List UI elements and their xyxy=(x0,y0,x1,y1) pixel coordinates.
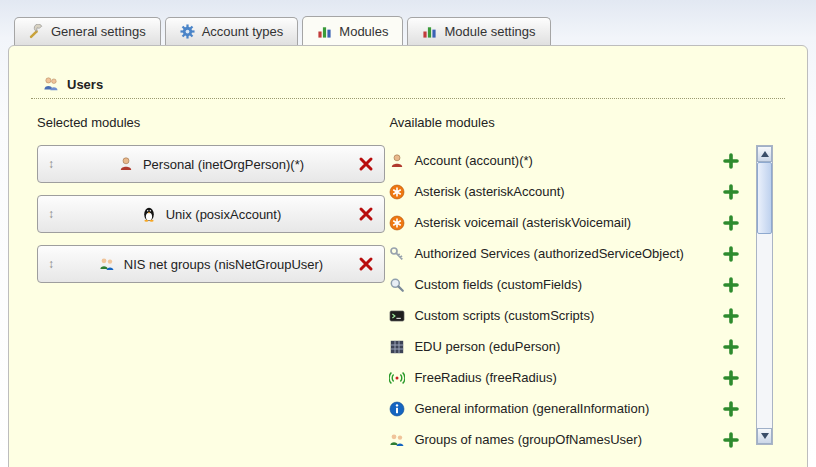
scrollbar-thumb[interactable] xyxy=(757,162,772,234)
add-module-button[interactable] xyxy=(723,339,739,355)
available-modules-heading: Available modules xyxy=(389,115,739,131)
available-module-label: Account (account)(*) xyxy=(414,153,723,168)
green-plus-icon xyxy=(723,215,739,231)
available-module-label: Asterisk (asteriskAccount) xyxy=(414,184,723,199)
asterisk-icon xyxy=(389,215,405,231)
selected-modules-column: Selected modules ↕ Personal (inetOrgPers… xyxy=(31,115,385,455)
green-plus-icon xyxy=(723,308,739,324)
bar-chart-icon xyxy=(317,24,332,39)
add-module-button[interactable] xyxy=(723,277,739,293)
person-icon xyxy=(118,156,134,172)
up-arrow-icon xyxy=(761,151,769,157)
scroll-up-button[interactable] xyxy=(757,146,772,162)
available-module-row: General information (generalInformation) xyxy=(389,393,739,424)
add-module-button[interactable] xyxy=(723,153,739,169)
tab-label: Module settings xyxy=(444,24,535,39)
selected-module-label: NIS net groups (nisNetGroupUser) xyxy=(124,257,323,272)
tab-label: General settings xyxy=(51,24,146,39)
group-icon xyxy=(389,432,405,448)
magnifier-icon xyxy=(389,277,405,293)
available-module-row: FreeRadius (freeRadius) xyxy=(389,362,739,393)
selected-modules-heading: Selected modules xyxy=(37,115,385,131)
available-module-label: General information (generalInformation) xyxy=(414,401,723,416)
gear-icon xyxy=(180,24,195,39)
section-header-users: Users xyxy=(31,76,785,99)
tab-label: Modules xyxy=(339,24,388,39)
available-module-row: Custom scripts (customScripts) xyxy=(389,300,739,331)
add-module-button[interactable] xyxy=(723,370,739,386)
delete-module-button[interactable] xyxy=(358,156,374,172)
available-module-label: Groups of names (groupOfNamesUser) xyxy=(414,432,723,447)
down-arrow-icon xyxy=(761,433,769,439)
available-module-row: EDU person (eduPerson) xyxy=(389,331,739,362)
selected-module-label: Unix (posixAccount) xyxy=(166,207,282,222)
selected-module-label: Personal (inetOrgPerson)(*) xyxy=(143,157,304,172)
green-plus-icon xyxy=(723,246,739,262)
green-plus-icon xyxy=(723,339,739,355)
available-module-label: EDU person (eduPerson) xyxy=(414,339,723,354)
bar-chart-icon xyxy=(422,24,437,39)
red-x-icon xyxy=(358,206,374,222)
scrollbar-track[interactable] xyxy=(757,162,772,428)
drag-handle-icon[interactable]: ↕ xyxy=(48,257,64,271)
selected-module-personal[interactable]: ↕ Personal (inetOrgPerson)(*) xyxy=(37,145,385,183)
add-module-button[interactable] xyxy=(723,432,739,448)
tab-bar: General settings Account types xyxy=(14,17,551,45)
available-module-row: Authorized Services (authorizedServiceOb… xyxy=(389,238,739,269)
green-plus-icon xyxy=(723,277,739,293)
group-icon xyxy=(99,256,115,272)
available-module-label: Authorized Services (authorizedServiceOb… xyxy=(414,246,723,261)
tab-module-settings[interactable]: Module settings xyxy=(407,17,550,45)
section-title: Users xyxy=(67,77,103,92)
green-plus-icon xyxy=(723,432,739,448)
wrench-icon xyxy=(29,24,44,39)
add-module-button[interactable] xyxy=(723,184,739,200)
add-module-button[interactable] xyxy=(723,308,739,324)
info-icon xyxy=(389,401,405,417)
available-module-row: Asterisk (asteriskAccount) xyxy=(389,176,739,207)
delete-module-button[interactable] xyxy=(358,206,374,222)
asterisk-icon xyxy=(389,184,405,200)
selected-module-unix[interactable]: ↕ Unix (posixAccount) xyxy=(37,195,385,233)
available-module-label: Custom fields (customFields) xyxy=(414,277,723,292)
available-module-label: Custom scripts (customScripts) xyxy=(414,308,723,323)
key-icon xyxy=(389,246,405,262)
add-module-button[interactable] xyxy=(723,401,739,417)
red-x-icon xyxy=(358,256,374,272)
antenna-icon xyxy=(389,370,405,386)
available-module-row: Asterisk voicemail (asteriskVoicemail) xyxy=(389,207,739,238)
available-module-label: Asterisk voicemail (asteriskVoicemail) xyxy=(414,215,723,230)
tab-modules[interactable]: Modules xyxy=(302,16,403,45)
tab-label: Account types xyxy=(202,24,284,39)
available-module-row: Account (account)(*) xyxy=(389,145,739,176)
modules-panel: Users Selected modules ↕ Personal (inetO… xyxy=(8,45,808,467)
module-columns: Selected modules ↕ Personal (inetOrgPers… xyxy=(31,115,785,455)
available-module-row: Groups of names (groupOfNamesUser) xyxy=(389,424,739,455)
tab-account-types[interactable]: Account types xyxy=(165,17,299,45)
green-plus-icon xyxy=(723,401,739,417)
selected-module-nis-net-groups[interactable]: ↕ NIS net groups (nisNetGroupUser) xyxy=(37,245,385,283)
scroll-down-button[interactable] xyxy=(757,428,772,444)
add-module-button[interactable] xyxy=(723,246,739,262)
delete-module-button[interactable] xyxy=(358,256,374,272)
add-module-button[interactable] xyxy=(723,215,739,231)
green-plus-icon xyxy=(723,153,739,169)
tab-general-settings[interactable]: General settings xyxy=(14,17,161,45)
drag-handle-icon[interactable]: ↕ xyxy=(48,157,64,171)
available-modules-scrollbar[interactable] xyxy=(756,145,773,445)
green-plus-icon xyxy=(723,184,739,200)
grid-icon xyxy=(389,339,405,355)
terminal-icon xyxy=(389,308,405,324)
available-modules-column: Available modules Account (account)(*) xyxy=(385,115,785,455)
green-plus-icon xyxy=(723,370,739,386)
available-module-label: FreeRadius (freeRadius) xyxy=(414,370,723,385)
penguin-icon xyxy=(141,206,157,222)
users-icon xyxy=(43,76,59,92)
person-icon xyxy=(389,153,405,169)
red-x-icon xyxy=(358,156,374,172)
available-module-row: Custom fields (customFields) xyxy=(389,269,739,300)
drag-handle-icon[interactable]: ↕ xyxy=(48,207,64,221)
